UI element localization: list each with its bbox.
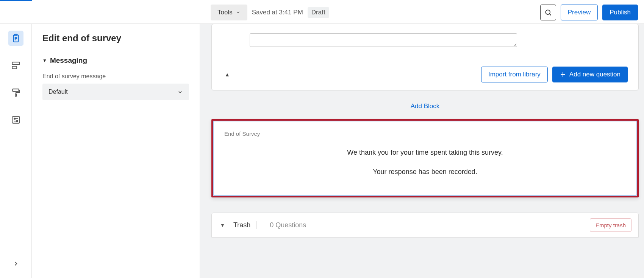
- end-of-survey-block-title: End of Survey: [224, 130, 626, 137]
- publish-label: Publish: [610, 9, 631, 16]
- search-button[interactable]: [540, 5, 556, 20]
- end-of-survey-message: We thank you for your time spent taking …: [224, 148, 626, 177]
- preview-button[interactable]: Preview: [561, 5, 598, 20]
- tools-dropdown-button[interactable]: Tools: [211, 5, 247, 20]
- search-icon: [544, 9, 552, 16]
- question-block-footer: ▲ Import from library Add new question: [222, 67, 628, 82]
- end-of-survey-highlight: End of Survey We thank you for your time…: [211, 119, 639, 197]
- eos-message-select-value: Default: [48, 89, 68, 95]
- tools-label: Tools: [217, 9, 233, 16]
- publish-button[interactable]: Publish: [602, 5, 638, 20]
- rail-item-survey-builder[interactable]: [8, 31, 23, 46]
- section-header-messaging[interactable]: ▼ Messaging: [42, 56, 189, 65]
- survey-canvas: ▲ Import from library Add new question A…: [200, 24, 644, 278]
- chevron-right-icon: [13, 260, 19, 267]
- svg-rect-10: [15, 94, 16, 96]
- trash-block: ▼ Trash 0 Questions Empty trash: [211, 213, 639, 238]
- settings-sidebar: Edit end of survey ▼ Messaging End of su…: [32, 24, 200, 278]
- plus-icon: [560, 71, 566, 78]
- chevron-down-icon: [236, 10, 241, 15]
- section-title: Messaging: [50, 56, 87, 65]
- flow-icon: [11, 61, 21, 70]
- empty-trash-label: Empty trash: [596, 222, 626, 228]
- header-bar: Tools Saved at 3:41 PM Draft Preview Pub…: [0, 1, 644, 24]
- eos-message-line2: Your response has been recorded.: [224, 167, 626, 177]
- svg-line-1: [550, 14, 551, 15]
- question-block: ▲ Import from library Add new question: [211, 24, 639, 90]
- add-new-question-label: Add new question: [569, 71, 621, 78]
- sidebar-title: Edit end of survey: [42, 33, 189, 43]
- saved-status-text: Saved at 3:41 PM: [252, 9, 303, 16]
- rail-item-survey-flow[interactable]: [8, 58, 23, 73]
- rail-item-look-and-feel[interactable]: [8, 85, 23, 100]
- question-text-input[interactable]: [250, 33, 517, 47]
- draft-status-chip: Draft: [308, 7, 329, 18]
- end-of-survey-block[interactable]: End of Survey We thank you for your time…: [213, 121, 637, 196]
- svg-rect-8: [12, 66, 17, 69]
- clipboard-icon: [11, 33, 21, 43]
- trash-question-count: 0 Questions: [264, 221, 306, 229]
- svg-point-13: [14, 118, 15, 119]
- trash-title: Trash: [233, 221, 257, 229]
- eos-message-line1: We thank you for your time spent taking …: [224, 148, 626, 158]
- trash-expand-toggle[interactable]: ▼: [219, 221, 227, 230]
- collapse-block-toggle[interactable]: ▲: [225, 71, 230, 78]
- svg-rect-11: [12, 116, 20, 123]
- main-area: Edit end of survey ▼ Messaging End of su…: [0, 24, 644, 278]
- left-icon-rail: [0, 24, 32, 278]
- caret-down-icon: ▼: [42, 58, 47, 63]
- add-new-question-button[interactable]: Add new question: [552, 67, 628, 82]
- preview-label: Preview: [568, 9, 591, 16]
- svg-rect-7: [12, 62, 20, 65]
- empty-trash-button[interactable]: Empty trash: [590, 218, 631, 232]
- paint-roller-icon: [11, 88, 21, 98]
- eos-message-select[interactable]: Default: [42, 84, 189, 100]
- import-from-library-label: Import from library: [488, 71, 541, 78]
- rail-expand-button[interactable]: [8, 256, 23, 271]
- svg-point-0: [546, 10, 550, 14]
- sliders-icon: [11, 115, 21, 125]
- eos-message-field-label: End of survey message: [42, 73, 189, 80]
- chevron-down-icon: [177, 89, 183, 95]
- svg-rect-9: [13, 89, 19, 92]
- rail-item-survey-options[interactable]: [8, 112, 23, 127]
- add-block-link[interactable]: Add Block: [211, 103, 639, 110]
- svg-point-15: [16, 121, 17, 122]
- import-from-library-button[interactable]: Import from library: [481, 67, 548, 82]
